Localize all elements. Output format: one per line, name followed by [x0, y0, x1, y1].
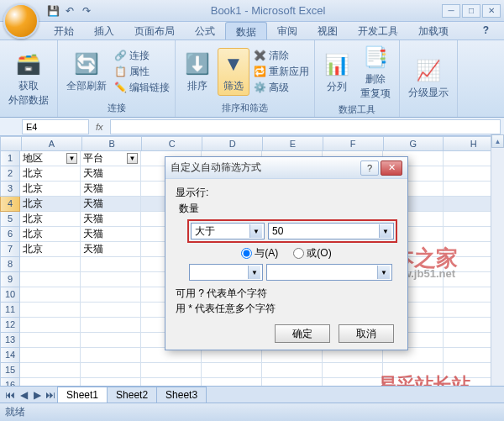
row-head[interactable]: 10 — [0, 287, 20, 303]
cell[interactable]: 北京 — [20, 197, 81, 212]
operator2-combo[interactable]: ▼ — [189, 264, 263, 281]
cell[interactable] — [81, 272, 141, 287]
remove-duplicates-button[interactable]: 📑删除 重复项 — [357, 42, 394, 103]
sheet-tab-3[interactable]: Sheet3 — [156, 387, 207, 403]
undo-icon[interactable]: ↶ — [62, 3, 77, 18]
cell[interactable] — [20, 363, 81, 378]
select-all-corner[interactable] — [0, 136, 22, 151]
cell[interactable] — [202, 363, 262, 378]
dialog-help-button[interactable]: ? — [360, 161, 379, 176]
row-head[interactable]: 3 — [0, 182, 20, 197]
vertical-scrollbar[interactable]: ▲ — [491, 134, 504, 386]
cell[interactable]: 北京 — [20, 166, 81, 182]
cell[interactable] — [20, 257, 81, 272]
cell[interactable]: 天猫 — [81, 182, 141, 197]
cell[interactable] — [20, 303, 81, 318]
row-head[interactable]: 1 — [0, 151, 20, 166]
filter-button[interactable]: ▼筛选 — [218, 48, 249, 96]
cell[interactable] — [81, 303, 141, 318]
save-icon[interactable]: 💾 — [45, 3, 60, 18]
name-box[interactable]: E4 — [22, 119, 89, 134]
col-head-a[interactable]: A — [22, 136, 82, 151]
help-icon[interactable]: ? — [473, 22, 499, 39]
fx-icon[interactable]: fx — [96, 122, 103, 132]
cell[interactable]: 北京 — [20, 242, 81, 257]
cell[interactable]: 地区▼ — [20, 151, 81, 166]
advanced-button[interactable]: ⚙️高级 — [253, 81, 309, 95]
cell[interactable] — [81, 318, 141, 333]
row-head[interactable]: 14 — [0, 348, 20, 363]
value1-combo[interactable]: 50▼ — [268, 223, 394, 239]
cell[interactable] — [262, 363, 323, 378]
reapply-button[interactable]: 🔁重新应用 — [253, 65, 309, 79]
col-head-e[interactable]: E — [263, 136, 323, 151]
office-button[interactable] — [3, 3, 39, 39]
row-head[interactable]: 6 — [0, 227, 20, 242]
cell[interactable] — [20, 318, 81, 333]
cell[interactable] — [81, 257, 141, 272]
cell[interactable]: 天猫 — [81, 197, 141, 212]
prev-sheet-icon[interactable]: ◀ — [17, 388, 30, 402]
chevron-down-icon[interactable]: ▼ — [377, 266, 390, 279]
tab-home[interactable]: 开始 — [44, 22, 84, 39]
tab-insert[interactable]: 插入 — [84, 22, 124, 39]
row-head[interactable]: 11 — [0, 303, 20, 318]
cell[interactable]: 天猫 — [81, 212, 141, 227]
edit-links-button[interactable]: ✏️编辑链接 — [113, 81, 170, 95]
row-head[interactable]: 12 — [0, 318, 20, 333]
row-head[interactable]: 5 — [0, 212, 20, 227]
refresh-all-button[interactable]: 🔄全部刷新 — [63, 49, 110, 95]
cell[interactable]: 天猫 — [81, 242, 141, 257]
row-head[interactable]: 8 — [0, 257, 20, 272]
cell[interactable]: 天猫 — [81, 166, 141, 182]
col-head-b[interactable]: B — [82, 136, 143, 151]
tab-dev[interactable]: 开发工具 — [348, 22, 408, 39]
outline-button[interactable]: 📈分级显示 — [405, 55, 452, 102]
redo-icon[interactable]: ↷ — [79, 3, 94, 18]
cell[interactable] — [81, 348, 141, 363]
tab-review[interactable]: 审阅 — [267, 22, 307, 39]
minimize-button[interactable]: ─ — [442, 4, 460, 18]
connections-button[interactable]: 🔗连接 — [113, 49, 170, 63]
cell[interactable] — [20, 348, 81, 363]
filter-dropdown-icon[interactable]: ▼ — [66, 153, 77, 164]
row-head[interactable]: 7 — [0, 242, 20, 257]
and-radio-input[interactable] — [241, 248, 252, 259]
tab-layout[interactable]: 页面布局 — [124, 22, 185, 39]
cell[interactable] — [81, 333, 141, 348]
cell[interactable] — [81, 363, 141, 378]
col-head-d[interactable]: D — [202, 136, 263, 151]
cell[interactable]: 北京 — [20, 227, 81, 242]
cancel-button[interactable]: 取消 — [339, 324, 394, 343]
cell[interactable] — [81, 287, 141, 303]
cell[interactable] — [383, 363, 444, 378]
properties-button[interactable]: 📋属性 — [113, 65, 170, 79]
cell[interactable]: 平台▼ — [81, 151, 141, 166]
tab-addin[interactable]: 加载项 — [408, 22, 459, 39]
ok-button[interactable]: 确定 — [275, 324, 330, 343]
sheet-tab-2[interactable]: Sheet2 — [107, 387, 157, 403]
tab-data[interactable]: 数据 — [225, 22, 267, 39]
chevron-down-icon[interactable]: ▼ — [379, 224, 391, 238]
cell[interactable] — [323, 363, 383, 378]
col-head-g[interactable]: G — [384, 136, 444, 151]
row-head[interactable]: 13 — [0, 333, 20, 348]
cell[interactable]: 天猫 — [81, 227, 141, 242]
cell[interactable] — [20, 333, 81, 348]
last-sheet-icon[interactable]: ⏭ — [44, 388, 57, 402]
operator1-combo[interactable]: 大于▼ — [191, 223, 265, 239]
cell[interactable]: 北京 — [20, 212, 81, 227]
row-head[interactable]: 4 — [0, 197, 20, 212]
scroll-up-icon[interactable]: ▲ — [491, 134, 504, 148]
sort-button[interactable]: ⬇️排序 — [181, 49, 214, 95]
first-sheet-icon[interactable]: ⏮ — [3, 388, 17, 402]
chevron-down-icon[interactable]: ▼ — [248, 266, 260, 279]
row-head[interactable]: 2 — [0, 166, 20, 182]
get-external-data-button[interactable]: 🗃️获取 外部数据 — [5, 49, 52, 109]
cell[interactable] — [141, 363, 202, 378]
col-head-c[interactable]: C — [142, 136, 202, 151]
filter-dropdown-icon[interactable]: ▼ — [127, 153, 138, 164]
sheet-tab-1[interactable]: Sheet1 — [57, 387, 108, 403]
maximize-button[interactable]: □ — [462, 4, 480, 18]
or-radio-input[interactable] — [293, 248, 304, 259]
